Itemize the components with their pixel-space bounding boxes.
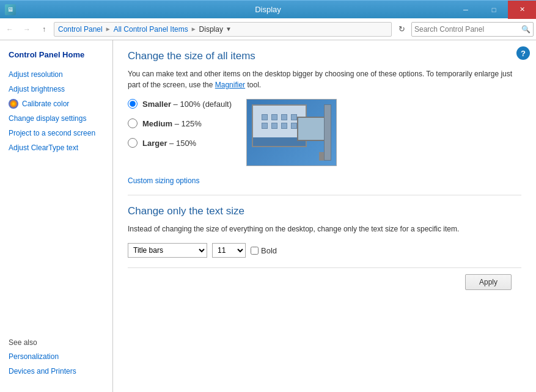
radio-smaller-input[interactable] [128, 99, 138, 109]
radio-medium-input[interactable] [128, 118, 138, 128]
section-description-1: You can make text and other items on the… [128, 68, 521, 90]
section-title-2: Change only the text size [128, 205, 521, 217]
breadcrumb-dropdown[interactable]: ▼ [226, 26, 232, 32]
custom-sizing-link[interactable]: Custom sizing options [128, 176, 199, 185]
breadcrumb-all-items[interactable]: All Control Panel Items [114, 25, 188, 34]
size-layout: Smaller – 100% (default) Medium – 125% L… [128, 99, 521, 166]
refresh-button[interactable]: ↻ [394, 22, 409, 37]
bold-label[interactable]: Bold [251, 246, 277, 255]
monitor-icons [262, 114, 298, 129]
help-button[interactable]: ? [516, 46, 530, 60]
breadcrumb-control-panel[interactable]: Control Panel [58, 25, 103, 34]
calibrate-icon [9, 99, 18, 109]
search-icon: 🔍 [521, 25, 530, 34]
forward-button[interactable]: → [20, 22, 34, 37]
sidebar-cleartype[interactable]: Adjust ClearType text [0, 140, 112, 155]
breadcrumb-current: Display [199, 25, 223, 34]
main-layout: Control Panel Home Adjust resolution Adj… [0, 40, 536, 392]
sidebar: Control Panel Home Adjust resolution Adj… [0, 40, 113, 392]
radio-options: Smaller – 100% (default) Medium – 125% L… [128, 99, 232, 166]
breadcrumb: Control Panel ► All Control Panel Items … [54, 22, 392, 37]
sidebar-home-link[interactable]: Control Panel Home [0, 48, 112, 62]
display-preview [246, 99, 337, 166]
search-input[interactable] [414, 25, 521, 34]
magnifier-link[interactable]: Magnifier [215, 81, 245, 89]
sidebar-project-screen[interactable]: Project to a second screen [0, 126, 112, 140]
sidebar-adjust-brightness[interactable]: Adjust brightness [0, 82, 112, 96]
close-button[interactable]: ✕ [508, 1, 536, 19]
divider [128, 195, 521, 195]
minimize-button[interactable]: ─ [452, 1, 480, 19]
bottom-bar: Apply [128, 267, 521, 296]
back-button[interactable]: ← [2, 22, 17, 37]
radio-medium[interactable]: Medium – 125% [128, 118, 232, 128]
sidebar-devices-printers[interactable]: Devices and Printers [9, 365, 104, 377]
radio-larger-input[interactable] [128, 138, 138, 148]
search-box: 🔍 [411, 22, 534, 37]
up-button[interactable]: ↑ [37, 22, 51, 37]
address-bar: ← → ↑ Control Panel ► All Control Panel … [0, 18, 536, 40]
text-item-select[interactable]: Title bars Menus Message boxes Palette t… [128, 243, 207, 258]
sidebar-footer: See also Personalization Devices and Pri… [0, 331, 112, 385]
maximize-button[interactable]: □ [480, 1, 508, 19]
sidebar-calibrate-color[interactable]: Calibrate color [0, 96, 112, 111]
content-area: ? Change the size of all items You can m… [113, 40, 536, 392]
bold-checkbox[interactable] [251, 247, 259, 255]
monitor-small [297, 117, 328, 141]
section-description-2: Instead of changing the size of everythi… [128, 223, 521, 234]
scrollbar-preview [324, 104, 331, 161]
text-size-row: Title bars Menus Message boxes Palette t… [128, 243, 521, 258]
see-also-label: See also [9, 338, 104, 347]
sidebar-change-display[interactable]: Change display settings [0, 111, 112, 126]
app-icon: 🖥 [5, 4, 16, 15]
text-size-select[interactable]: 6 7 8 9 10 11 12 14 16 18 20 24 36 [212, 243, 246, 258]
radio-larger[interactable]: Larger – 150% [128, 138, 232, 148]
monitor-stand [319, 152, 324, 161]
title-bar: 🖥 Display ─ □ ✕ [0, 0, 536, 18]
sidebar-adjust-resolution[interactable]: Adjust resolution [0, 67, 112, 82]
radio-smaller[interactable]: Smaller – 100% (default) [128, 99, 232, 109]
sidebar-personalization[interactable]: Personalization [9, 350, 104, 363]
section-title-1: Change the size of all items [128, 50, 521, 62]
apply-button[interactable]: Apply [465, 274, 512, 290]
window-controls: ─ □ ✕ [452, 1, 536, 19]
